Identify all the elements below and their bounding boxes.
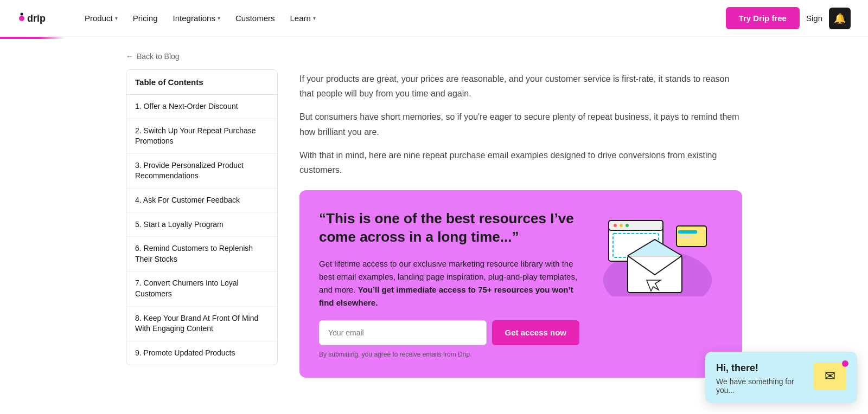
nav-product[interactable]: Product ▾	[78, 9, 124, 27]
back-to-blog-link[interactable]: ← Back to Blog	[126, 52, 278, 61]
email-input[interactable]	[319, 320, 487, 345]
arrow-left-icon: ←	[126, 52, 133, 61]
svg-point-8	[626, 224, 629, 227]
promo-form: Get access now	[319, 320, 579, 345]
promo-disclaimer: By submitting, you agree to receive emai…	[319, 351, 579, 358]
svg-rect-12	[678, 230, 697, 234]
toc-item-6[interactable]: 6. Remind Customers to Replenish Their S…	[126, 237, 277, 271]
sign-in-link[interactable]: Sign	[806, 14, 822, 23]
nav-links: Product ▾ Pricing Integrations ▾ Custome…	[78, 9, 726, 27]
chevron-down-icon: ▾	[218, 15, 220, 21]
page-layout: ← Back to Blog Table of Contents 1. Offe…	[108, 39, 760, 391]
try-drip-free-button[interactable]: Try Drip free	[726, 7, 800, 29]
toc-item-5[interactable]: 5. Start a Loyalty Program	[126, 213, 277, 237]
promo-description: Get lifetime access to our exclusive mar…	[319, 257, 579, 309]
intro-paragraph-1: If your products are great, your prices …	[299, 72, 742, 101]
toc-item-3[interactable]: 3. Provide Personalized Product Recommen…	[126, 154, 277, 189]
intro-paragraph-2: But consumers have short memories, so if…	[299, 109, 742, 139]
intro-paragraph-3: With that in mind, here are nine repeat …	[299, 148, 742, 177]
main-content: If your products are great, your prices …	[299, 52, 742, 378]
envelope-icon: ✉	[825, 368, 835, 384]
chat-icon-container: ✉	[814, 363, 846, 390]
toc-item-8[interactable]: 8. Keep Your Brand At Front Of Mind With…	[126, 307, 277, 341]
toc-item-7[interactable]: 7. Convert Churners Into Loyal Customers	[126, 271, 277, 306]
svg-rect-13	[678, 236, 692, 238]
chat-notification-dot	[842, 360, 848, 367]
svg-point-0	[19, 16, 24, 21]
nav-right: Try Drip free Sign 🔔	[726, 7, 851, 29]
chevron-down-icon: ▾	[313, 15, 316, 21]
svg-point-7	[620, 224, 623, 227]
nav-customers[interactable]: Customers	[229, 9, 282, 27]
sidebar: ← Back to Blog Table of Contents 1. Offe…	[126, 52, 278, 378]
chat-title: Hi, there!	[716, 363, 807, 374]
illustration-svg	[598, 210, 717, 296]
promo-illustration	[592, 210, 723, 296]
nav-pricing[interactable]: Pricing	[126, 9, 164, 27]
toc-item-4[interactable]: 4. Ask For Customer Feedback	[126, 189, 277, 213]
logo[interactable]: drip	[17, 10, 61, 27]
svg-point-1	[21, 12, 23, 15]
promo-left: “This is one of the best resources I’ve …	[319, 210, 579, 358]
menu-icon-button[interactable]: 🔔	[829, 8, 851, 29]
promo-box: “This is one of the best resources I’ve …	[299, 190, 742, 378]
toc-item-9[interactable]: 9. Promote Updated Products	[126, 341, 277, 365]
accent-line	[0, 37, 65, 39]
navigation: drip Product ▾ Pricing Integrations ▾ Cu…	[0, 0, 868, 37]
table-of-contents: Table of Contents 1. Offer a Next-Order …	[126, 69, 278, 365]
bell-icon: 🔔	[834, 12, 846, 24]
toc-item-2[interactable]: 2. Switch Up Your Repeat Purchase Promot…	[126, 119, 277, 154]
toc-item-1[interactable]: 1. Offer a Next-Order Discount	[126, 95, 277, 119]
get-access-button[interactable]: Get access now	[492, 320, 579, 345]
chevron-down-icon: ▾	[115, 15, 118, 21]
svg-text:drip: drip	[27, 13, 46, 24]
chat-widget[interactable]: Hi, there! We have something for you... …	[705, 352, 857, 391]
nav-integrations[interactable]: Integrations ▾	[167, 9, 227, 27]
chat-subtitle: We have something for you...	[716, 377, 807, 391]
promo-quote: “This is one of the best resources I’ve …	[319, 210, 579, 247]
chat-envelope-icon: ✉	[814, 363, 846, 390]
nav-learn[interactable]: Learn ▾	[283, 9, 322, 27]
svg-point-6	[614, 224, 617, 227]
toc-title: Table of Contents	[126, 70, 277, 95]
chat-text: Hi, there! We have something for you...	[716, 363, 807, 391]
